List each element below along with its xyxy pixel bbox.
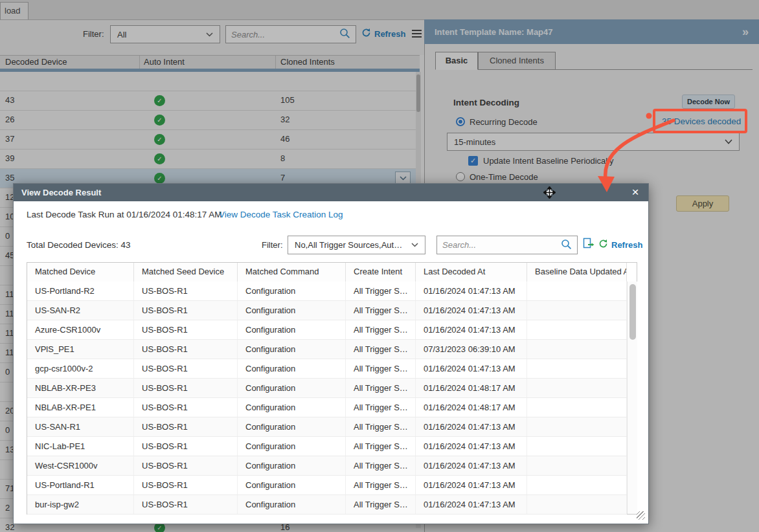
modal-filter-label: Filter: <box>262 240 283 250</box>
table-cell: All Trigger Sourc... <box>346 417 416 436</box>
modal-filter-value: No,All Trigger Sources,Auto In... <box>295 240 405 250</box>
table-cell: Configuration <box>238 437 346 456</box>
table-cell: 01/16/2024 01:47:13 AM <box>416 456 527 475</box>
table-row[interactable]: NIC-Lab-PE1US-BOS-R1ConfigurationAll Tri… <box>27 437 627 456</box>
app-window: load Filter: All Search... Refresh Decod… <box>0 0 759 532</box>
table-cell: US-BOS-R1 <box>134 437 238 456</box>
table-cell: All Trigger Sourc... <box>346 456 416 475</box>
table-row[interactable]: US-SAN-R1US-BOS-R1ConfigurationAll Trigg… <box>27 417 627 437</box>
total-decoded-text: Total Decoded Devices: 43 <box>27 240 131 250</box>
table-cell: US-BOS-R1 <box>134 301 238 320</box>
table-cell: US-BOS-R1 <box>134 282 238 300</box>
table-row[interactable]: VPlS_PE1US-BOS-R1ConfigurationAll Trigge… <box>27 340 627 359</box>
refresh-icon <box>598 239 608 250</box>
search-icon[interactable] <box>561 239 572 252</box>
table-cell: 01/16/2024 01:47:13 AM <box>416 301 527 320</box>
decode-result-table: Matched DeviceMatched Seed DeviceMatched… <box>27 262 637 515</box>
table-cell: US-SAN-R2 <box>27 301 134 320</box>
table-cell: Configuration <box>238 320 346 339</box>
table-cell: 01/16/2024 01:47:13 AM <box>416 282 527 300</box>
modal-refresh-label: Refresh <box>611 240 642 250</box>
annotation-arrow <box>576 104 686 197</box>
table-row[interactable]: US-Portland-R1US-BOS-R1ConfigurationAll … <box>27 476 627 495</box>
table-cell <box>527 417 627 436</box>
move-icon[interactable] <box>543 186 556 201</box>
table-row[interactable]: bur-isp-gw2US-BOS-R1ConfigurationAll Tri… <box>27 495 627 515</box>
table-cell: 01/16/2024 01:47:13 AM <box>416 437 527 456</box>
table-cell <box>527 340 627 359</box>
table-cell <box>527 398 627 417</box>
column-header[interactable]: Matched Seed Device <box>134 263 238 282</box>
table-cell: Configuration <box>238 456 346 475</box>
table-cell: 01/16/2024 01:47:13 AM <box>416 417 527 436</box>
table-cell: West-CSR1000v <box>27 456 134 475</box>
table-cell <box>527 320 627 339</box>
table-cell: US-BOS-R1 <box>134 476 238 494</box>
table-cell: NBLAB-XR-PE1 <box>27 398 134 417</box>
table-cell: All Trigger Sourc... <box>346 340 416 359</box>
table-cell: US-BOS-R1 <box>134 495 238 514</box>
table-cell <box>527 495 627 514</box>
table-cell: gcp-csr1000v-2 <box>27 359 134 378</box>
table-cell: 01/16/2024 01:47:13 AM <box>416 320 527 339</box>
table-cell: Configuration <box>238 398 346 417</box>
column-header[interactable]: Create Intent <box>346 263 416 282</box>
table-cell: Configuration <box>238 476 346 494</box>
table-cell: All Trigger Sourc... <box>346 495 416 514</box>
table-row[interactable]: gcp-csr1000v-2US-BOS-R1ConfigurationAll … <box>27 359 627 379</box>
table-cell <box>527 476 627 494</box>
modal-search-input[interactable]: Search... <box>436 236 578 254</box>
column-header[interactable]: Matched Command <box>238 263 346 282</box>
table-cell: NBLAB-XR-PE3 <box>27 379 134 397</box>
resize-handle[interactable] <box>637 511 645 520</box>
table-cell: US-Portland-R2 <box>27 282 134 300</box>
column-header[interactable]: Last Decoded At <box>416 263 527 282</box>
table-cell: All Trigger Sourc... <box>346 398 416 417</box>
table-cell <box>527 301 627 320</box>
table-cell <box>527 359 627 378</box>
modal-refresh-button[interactable]: Refresh <box>598 239 642 250</box>
modal-table-scrollbar[interactable] <box>627 282 637 514</box>
table-cell: 07/31/2023 06:39:10 AM <box>416 340 527 359</box>
table-cell: All Trigger Sourc... <box>346 282 416 300</box>
table-cell: US-BOS-R1 <box>134 398 238 417</box>
table-cell: US-Portland-R1 <box>27 476 134 494</box>
modal-filter-dropdown[interactable]: No,All Trigger Sources,Auto In... <box>288 236 425 254</box>
table-row[interactable]: NBLAB-XR-PE1US-BOS-R1ConfigurationAll Tr… <box>27 398 627 417</box>
modal-scrollbar-thumb[interactable] <box>629 284 636 340</box>
table-cell: Configuration <box>238 301 346 320</box>
dialog-titlebar[interactable]: View Decode Result × <box>14 184 648 201</box>
export-icon[interactable] <box>582 238 595 252</box>
table-cell: US-BOS-R1 <box>134 417 238 436</box>
table-cell: All Trigger Sourc... <box>346 359 416 378</box>
table-cell: US-SAN-R1 <box>27 417 134 436</box>
table-cell: US-BOS-R1 <box>134 340 238 359</box>
column-header[interactable]: Baseline Data Updated At <box>527 263 627 282</box>
column-header[interactable]: Matched Device <box>27 263 134 282</box>
table-cell <box>527 437 627 456</box>
table-cell: Configuration <box>238 379 346 397</box>
table-cell: 01/16/2024 01:47:13 AM <box>416 495 527 514</box>
table-cell: US-BOS-R1 <box>134 379 238 397</box>
table-cell <box>527 282 627 300</box>
dialog-title: View Decode Result <box>21 188 101 197</box>
table-cell: Azure-CSR1000v <box>27 320 134 339</box>
table-cell: bur-isp-gw2 <box>27 495 134 514</box>
table-cell: VPlS_PE1 <box>27 340 134 359</box>
table-cell: All Trigger Sourc... <box>346 476 416 494</box>
table-cell: 01/16/2024 01:48:17 AM <box>416 379 527 397</box>
table-cell: Configuration <box>238 495 346 514</box>
table-cell <box>527 379 627 397</box>
view-log-link[interactable]: View Decode Task Creation Log <box>219 210 343 219</box>
modal-search-placeholder: Search... <box>442 240 476 250</box>
table-row[interactable]: US-SAN-R2US-BOS-R1ConfigurationAll Trigg… <box>27 301 627 320</box>
table-cell: Configuration <box>238 417 346 436</box>
last-decode-run-text: Last Decode Task Run at 01/16/2024 01:48… <box>27 210 221 219</box>
decode-result-table-header: Matched DeviceMatched Seed DeviceMatched… <box>27 263 627 282</box>
chevron-down-icon <box>411 243 418 247</box>
table-row[interactable]: Azure-CSR1000vUS-BOS-R1ConfigurationAll … <box>27 320 627 340</box>
table-row[interactable]: NBLAB-XR-PE3US-BOS-R1ConfigurationAll Tr… <box>27 379 627 398</box>
table-cell: US-BOS-R1 <box>134 320 238 339</box>
table-row[interactable]: West-CSR1000vUS-BOS-R1ConfigurationAll T… <box>27 456 627 476</box>
table-row[interactable]: US-Portland-R2US-BOS-R1ConfigurationAll … <box>27 282 627 301</box>
